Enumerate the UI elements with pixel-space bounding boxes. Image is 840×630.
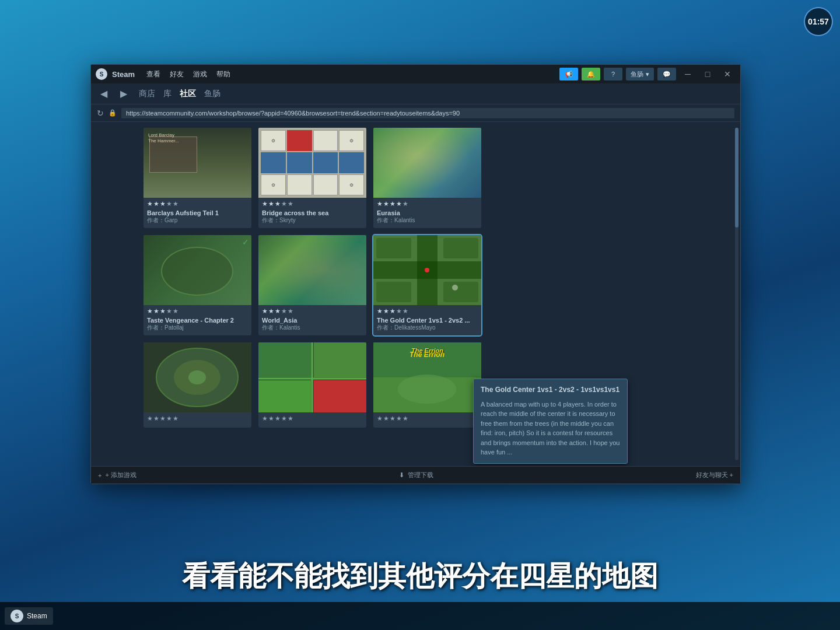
list-item[interactable]: ✓ ★ ★ ★ ★ ★ Taste Vengeance - Chapter 2 … [144, 235, 251, 335]
user-menu-button[interactable]: 鱼肠 ▾ [626, 68, 654, 80]
url-input[interactable] [121, 108, 734, 118]
taskbar-steam-button[interactable]: S Steam [5, 607, 53, 625]
list-item[interactable]: ★ ★ ★ ★ ★ [144, 342, 251, 428]
nav-bar: ◀ ▶ 商店 库 社区 鱼肠 [91, 83, 740, 104]
bottom-bar: + + 添加游戏 ⬇ 管理下载 好友与聊天 + [91, 466, 740, 484]
svg-point-9 [452, 285, 458, 290]
svg-point-23 [398, 374, 456, 404]
item-author: 作者：Kalantis [262, 324, 363, 332]
svg-rect-15 [258, 342, 311, 377]
svg-rect-4 [376, 238, 411, 258]
item-title: Barclays Aufstieg Teil 1 [147, 209, 248, 216]
list-item[interactable]: ★ ★ ★ ★ ★ [258, 342, 366, 428]
minimize-button[interactable]: ─ [680, 68, 696, 80]
item-thumbnail-r3-1 [144, 342, 251, 412]
item-thumbnail-errion: The Errion [373, 342, 481, 412]
item-author: 作者：Kalantis [377, 216, 478, 225]
subtitle-text: 看看能不能找到其他评分在四星的地图 [0, 558, 840, 595]
star-3: ★ [160, 200, 166, 208]
menu-games[interactable]: 游戏 [193, 69, 207, 79]
lock-icon: 🔒 [108, 109, 117, 117]
star-5: ★ [173, 200, 178, 208]
tooltip-description: A balanced map with up to 4 players. In … [481, 400, 620, 457]
scrollbar-thumb[interactable] [735, 128, 738, 228]
menu-view[interactable]: 查看 [146, 69, 160, 79]
item-stars: ★ ★ ★ ★ ★ [262, 307, 363, 315]
svg-rect-16 [314, 342, 366, 377]
add-game-button[interactable]: + + 添加游戏 [98, 471, 136, 480]
app-title: Steam [112, 70, 135, 79]
tooltip-title: The Gold Center 1vs1 - 2vs2 - 1vs1vs1vs1 [481, 385, 620, 395]
list-item[interactable]: ★ ★ ★ ★ ★ World_Asia 作者：Kalantis [258, 235, 366, 335]
tab-community[interactable]: 社区 [177, 88, 198, 100]
item-info: ★ ★ ★ ★ ★ Bridge across the sea 作者：Skryt… [258, 198, 366, 228]
broadcast-button[interactable]: 📢 [559, 68, 578, 80]
scrollbar[interactable] [735, 128, 738, 460]
item-author: 作者：Skryty [262, 216, 363, 225]
taskbar-steam-logo: S [10, 610, 23, 622]
item-info: ★ ★ ★ ★ ★ [144, 412, 251, 428]
title-bar: S Steam 查看 好友 游戏 帮助 📢 🔔 ? 鱼肠 ▾ 💬 ─ □ ✕ [91, 65, 740, 83]
item-author: 作者：Garp [147, 216, 248, 225]
item-thumbnail-barclays [144, 128, 251, 198]
star-4: ★ [166, 200, 172, 208]
item-stars: ★ ★ ★ ★ ★ [262, 415, 363, 422]
list-item[interactable]: The Errion ★ ★ ★ ★ ★ [373, 342, 481, 428]
tab-store[interactable]: 商店 [136, 88, 158, 100]
item-thumbnail-bridge: ⚙ ⚙ ⚙ ⚙ [258, 128, 366, 198]
help-button[interactable]: ? [604, 68, 622, 80]
friends-chat-button[interactable]: 好友与聊天 + [696, 471, 733, 480]
download-icon: ⬇ [399, 471, 404, 479]
tab-library[interactable]: 库 [161, 88, 174, 100]
taskbar-steam-label: Steam [27, 612, 47, 620]
item-stars: ★ ★ ★ ★ ★ [147, 307, 248, 315]
notification-button[interactable]: 🔔 [582, 68, 600, 80]
manage-download-button[interactable]: ⬇ 管理下载 [399, 471, 433, 480]
item-stars: ★ ★ ★ ★ ★ [377, 200, 478, 208]
svg-text:The Errion: The Errion [410, 351, 444, 359]
item-title: The Gold Center 1vs1 - 2vs2 ... [377, 317, 478, 324]
item-stars: ★ ★ ★ ★ ★ [147, 415, 248, 422]
star-1: ★ [147, 200, 153, 208]
item-info: ★ ★ ★ ★ ★ [373, 412, 481, 428]
menu-friends[interactable]: 好友 [170, 69, 184, 79]
chat-button[interactable]: 💬 [657, 68, 676, 80]
list-item[interactable]: ⚙ ⚙ ⚙ ⚙ ★ ★ ★ [258, 128, 366, 228]
title-bar-actions: 📢 🔔 ? 鱼肠 ▾ 💬 ─ □ ✕ [559, 68, 736, 80]
taskbar: S Steam [0, 602, 840, 630]
item-stars: ★ ★ ★ ★ ★ [262, 200, 363, 208]
forward-button[interactable]: ▶ [117, 88, 131, 99]
item-title: World_Asia [262, 317, 363, 324]
item-title: Bridge across the sea [262, 209, 363, 216]
item-thumbnail-gold-center [373, 235, 481, 305]
svg-rect-6 [376, 282, 411, 302]
item-stars: ★ ★ ★ ★ ★ [147, 200, 248, 208]
steam-logo-icon: S [96, 68, 107, 80]
item-stars: ★ ★ ★ ★ ★ [377, 307, 478, 315]
workshop-grid: ★ ★ ★ ★ ★ Barclays Aufstieg Teil 1 作者：Ga… [97, 128, 734, 428]
tooltip-popup: The Gold Center 1vs1 - 2vs2 - 1vs1vs1vs1… [473, 379, 628, 464]
item-author: 作者：Patollaj [147, 324, 248, 332]
maximize-button[interactable]: □ [699, 68, 716, 80]
close-button[interactable]: ✕ [719, 68, 736, 80]
refresh-icon[interactable]: ↻ [97, 108, 104, 118]
svg-point-8 [425, 268, 429, 272]
list-item[interactable]: ★ ★ ★ ★ ★ Eurasia 作者：Kalantis [373, 128, 481, 228]
star-2: ★ [153, 200, 159, 208]
back-button[interactable]: ◀ [97, 88, 111, 99]
tab-username[interactable]: 鱼肠 [202, 88, 223, 100]
address-bar: ↻ 🔒 [91, 104, 740, 122]
item-info: ★ ★ ★ ★ ★ Taste Vengeance - Chapter 2 作者… [144, 305, 251, 335]
item-title: Eurasia [377, 209, 478, 216]
item-info: ★ ★ ★ ★ ★ The Gold Center 1vs1 - 2vs2 ..… [373, 305, 481, 335]
svg-rect-7 [443, 282, 478, 302]
menu-help[interactable]: 帮助 [216, 69, 230, 79]
item-thumbnail-world-asia [258, 235, 366, 305]
checkmark-icon: ✓ [242, 237, 249, 247]
list-item[interactable]: ★ ★ ★ ★ ★ The Gold Center 1vs1 - 2vs2 ..… [373, 235, 481, 335]
item-title: Taste Vengeance - Chapter 2 [147, 317, 248, 324]
list-item[interactable]: ★ ★ ★ ★ ★ Barclays Aufstieg Teil 1 作者：Ga… [144, 128, 251, 228]
plus-icon: + [98, 472, 102, 479]
svg-rect-5 [443, 238, 478, 258]
item-info: ★ ★ ★ ★ ★ World_Asia 作者：Kalantis [258, 305, 366, 335]
